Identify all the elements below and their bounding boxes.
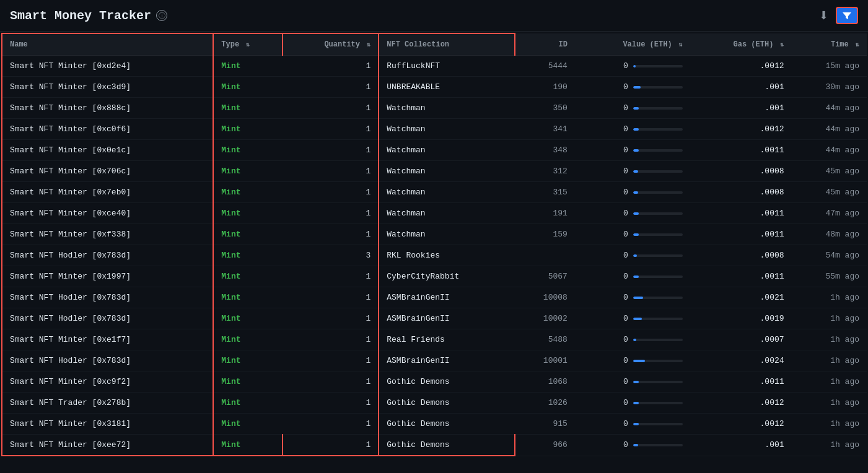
table-header: Name Type ⇅ Quantity ⇅ NFT Collection ID xyxy=(2,33,867,56)
value-cell: 0 xyxy=(575,245,690,266)
name-cell: Smart NFT Minter [0xf338] xyxy=(2,224,213,245)
nft-collection-cell: UNBREAKABLE xyxy=(379,77,514,98)
quantity-cell: 1 xyxy=(283,371,379,393)
table-row[interactable]: Smart NFT Hodler [0x783d]Mint3RKL Rookie… xyxy=(2,245,867,266)
time-cell: 15m ago xyxy=(792,56,867,77)
filter-button[interactable] xyxy=(836,7,858,24)
quantity-cell: 1 xyxy=(283,77,379,98)
table-row[interactable]: Smart NFT Minter [0xc9f2]Mint1Gothic Dem… xyxy=(2,371,867,393)
nft-collection-cell: Watchman xyxy=(379,119,514,140)
table-row[interactable]: Smart NFT Minter [0x1997]Mint1CyberCityR… xyxy=(2,266,867,287)
time-cell: 30m ago xyxy=(792,77,867,98)
gas-cell: .0012 xyxy=(690,56,792,77)
gas-cell: .0008 xyxy=(690,182,792,203)
col-header-quantity[interactable]: Quantity ⇅ xyxy=(283,33,379,56)
id-cell: 1068 xyxy=(515,371,575,393)
download-button[interactable]: ⬇ xyxy=(817,6,831,25)
table-row[interactable]: Smart NFT Minter [0xc0f6]Mint1Watchman34… xyxy=(2,119,867,140)
type-cell: Mint xyxy=(213,414,282,435)
table-row[interactable]: Smart NFT Minter [0xce40]Mint1Watchman19… xyxy=(2,203,867,224)
type-cell: Mint xyxy=(213,161,282,182)
id-cell: 5067 xyxy=(515,266,575,287)
time-cell: 1h ago xyxy=(792,329,867,350)
name-cell: Smart NFT Minter [0x1997] xyxy=(2,266,213,287)
type-cell: Mint xyxy=(213,329,282,350)
gas-cell: .001 xyxy=(690,77,792,98)
id-cell: 10008 xyxy=(515,287,575,308)
page-title: Smart Money Tracker xyxy=(10,9,151,23)
time-cell: 54m ago xyxy=(792,245,867,266)
table-row[interactable]: Smart NFT Trader [0x278b]Mint1Gothic Dem… xyxy=(2,393,867,414)
table-row[interactable]: Smart NFT Minter [0xc3d9]Mint1UNBREAKABL… xyxy=(2,77,867,98)
nft-collection-cell: Watchman xyxy=(379,203,514,224)
table-container: Name Type ⇅ Quantity ⇅ NFT Collection ID xyxy=(0,32,868,458)
nft-collection-cell: ASMBrainGenII xyxy=(379,308,514,329)
type-cell: Mint xyxy=(213,203,282,224)
table-row[interactable]: Smart NFT Minter [0x0e1c]Mint1Watchman34… xyxy=(2,140,867,161)
value-cell: 0 xyxy=(575,56,690,77)
nft-collection-cell: Gothic Demons xyxy=(379,435,514,456)
col-header-time[interactable]: Time ⇅ xyxy=(792,33,867,56)
col-header-gas[interactable]: Gas (ETH) ⇅ xyxy=(690,33,792,56)
nft-collection-cell: Gothic Demons xyxy=(379,371,514,393)
value-cell: 0 xyxy=(575,161,690,182)
type-cell: Mint xyxy=(213,56,282,77)
time-cell: 44m ago xyxy=(792,140,867,161)
type-cell: Mint xyxy=(213,287,282,308)
gas-cell: .0011 xyxy=(690,203,792,224)
table-row[interactable]: Smart NFT Hodler [0x783d]Mint1ASMBrainGe… xyxy=(2,308,867,329)
filter-icon xyxy=(842,11,852,20)
table-row[interactable]: Smart NFT Minter [0x888c]Mint1Watchman35… xyxy=(2,98,867,119)
id-cell: 190 xyxy=(515,77,575,98)
gas-cell: .0008 xyxy=(690,245,792,266)
id-cell: 1026 xyxy=(515,393,575,414)
table-row[interactable]: Smart NFT Minter [0x706c]Mint1Watchman31… xyxy=(2,161,867,182)
gas-cell: .0021 xyxy=(690,287,792,308)
type-cell: Mint xyxy=(213,266,282,287)
type-cell: Mint xyxy=(213,119,282,140)
name-cell: Smart NFT Minter [0xd2e4] xyxy=(2,56,213,77)
id-cell: 312 xyxy=(515,161,575,182)
col-header-nft[interactable]: NFT Collection xyxy=(379,33,514,56)
table-row[interactable]: Smart NFT Minter [0x7eb0]Mint1Watchman31… xyxy=(2,182,867,203)
col-header-value[interactable]: Value (ETH) ⇅ xyxy=(575,33,690,56)
name-cell: Smart NFT Minter [0xe1f7] xyxy=(2,329,213,350)
gas-cell: .0011 xyxy=(690,224,792,245)
table-row[interactable]: Smart NFT Hodler [0x783d]Mint1ASMBrainGe… xyxy=(2,287,867,308)
table-row[interactable]: Smart NFT Minter [0x3181]Mint1Gothic Dem… xyxy=(2,414,867,435)
header-actions: ⬇ xyxy=(817,6,858,25)
nft-collection-cell: ASMBrainGenII xyxy=(379,287,514,308)
header: Smart Money Tracker ⓘ ⬇ xyxy=(0,0,868,32)
id-cell: 915 xyxy=(515,414,575,435)
quantity-cell: 1 xyxy=(283,182,379,203)
col-header-type[interactable]: Type ⇅ xyxy=(213,33,282,56)
nft-collection-cell: Watchman xyxy=(379,140,514,161)
gas-cell: .0008 xyxy=(690,161,792,182)
table-row[interactable]: Smart NFT Minter [0xe1f7]Mint1Real Frien… xyxy=(2,329,867,350)
table-row[interactable]: Smart NFT Minter [0xee72]Mint1Gothic Dem… xyxy=(2,435,867,456)
col-header-name[interactable]: Name xyxy=(2,33,213,56)
value-cell: 0 xyxy=(575,393,690,414)
table-body: Smart NFT Minter [0xd2e4]Mint1RuffLuckNF… xyxy=(2,56,867,456)
nft-collection-cell: Watchman xyxy=(379,224,514,245)
name-cell: Smart NFT Minter [0xc9f2] xyxy=(2,371,213,393)
value-cell: 0 xyxy=(575,203,690,224)
quantity-cell: 1 xyxy=(283,287,379,308)
time-cell: 44m ago xyxy=(792,119,867,140)
value-cell: 0 xyxy=(575,266,690,287)
name-cell: Smart NFT Hodler [0x783d] xyxy=(2,308,213,329)
nft-collection-cell: Real Friends xyxy=(379,329,514,350)
gas-cell: .0011 xyxy=(690,266,792,287)
time-cell: 1h ago xyxy=(792,371,867,393)
header-row: Name Type ⇅ Quantity ⇅ NFT Collection ID xyxy=(2,33,867,56)
table-row[interactable]: Smart NFT Minter [0xd2e4]Mint1RuffLuckNF… xyxy=(2,56,867,77)
col-header-id[interactable]: ID xyxy=(515,33,575,56)
type-cell: Mint xyxy=(213,435,282,456)
gas-cell: .0011 xyxy=(690,140,792,161)
value-cell: 0 xyxy=(575,98,690,119)
value-cell: 0 xyxy=(575,414,690,435)
info-icon[interactable]: ⓘ xyxy=(156,10,167,21)
name-cell: Smart NFT Minter [0xc0f6] xyxy=(2,119,213,140)
table-row[interactable]: Smart NFT Hodler [0x783d]Mint1ASMBrainGe… xyxy=(2,350,867,371)
table-row[interactable]: Smart NFT Minter [0xf338]Mint1Watchman15… xyxy=(2,224,867,245)
